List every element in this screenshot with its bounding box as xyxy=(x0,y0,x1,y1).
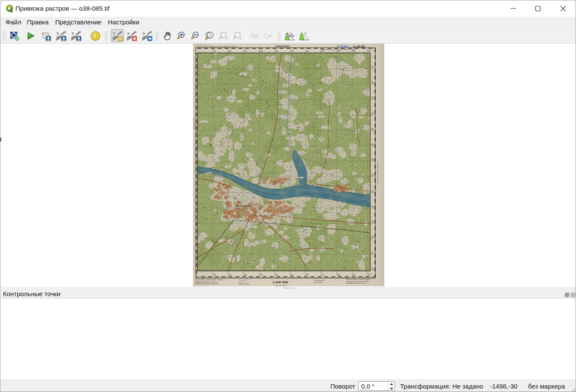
svg-text:О-38-85: О-38-85 xyxy=(353,45,365,48)
svg-text:26: 26 xyxy=(244,274,247,276)
svg-text:38: 38 xyxy=(338,274,340,276)
svg-text:34: 34 xyxy=(306,50,309,52)
svg-text:24: 24 xyxy=(229,50,232,52)
svg-text:56: 56 xyxy=(371,81,374,83)
svg-text:28: 28 xyxy=(260,274,263,276)
svg-text:46: 46 xyxy=(371,159,374,161)
svg-text:42: 42 xyxy=(368,50,371,52)
svg-text:32: 32 xyxy=(291,274,294,276)
svg-text:Издание 1941 г.: Издание 1941 г. xyxy=(193,117,195,129)
svg-text:34: 34 xyxy=(371,252,374,254)
svg-text:листов карты: листов карты xyxy=(314,282,323,283)
svg-text:КИНЕШМА: КИНЕШМА xyxy=(276,45,290,48)
svg-text:42: 42 xyxy=(368,274,371,276)
svg-text:26: 26 xyxy=(244,50,247,52)
svg-text:Высоты в метрах. Система 1:500: Высоты в метрах. Система 1:50000 xyxy=(346,279,370,280)
svg-text:36: 36 xyxy=(322,274,324,276)
svg-text:32: 32 xyxy=(371,267,374,270)
svg-text:Поправка направления 1940 г.: Поправка направления 1940 г. xyxy=(346,282,367,284)
svg-text:50: 50 xyxy=(371,128,374,130)
svg-text:44: 44 xyxy=(371,174,374,176)
svg-text:32: 32 xyxy=(291,50,294,52)
svg-text:Система координат 1942 года: Система координат 1942 года xyxy=(377,161,379,185)
svg-text:Схема смежных: Схема смежных xyxy=(314,279,325,281)
svg-text:36: 36 xyxy=(371,236,374,238)
svg-text:О-38-080: О-38-080 xyxy=(337,45,348,48)
svg-text:42: 42 xyxy=(371,190,374,192)
svg-text:Состояние местности на 1938 г.: Состояние местности на 1938 г. Издание 1… xyxy=(320,49,356,50)
svg-text:30: 30 xyxy=(276,50,278,52)
svg-text:Балтийская система высот 1938: Балтийская система высот 1938 г. xyxy=(346,281,369,282)
svg-text:1:100 000: 1:100 000 xyxy=(273,280,288,284)
svg-text:координат 1932 года. Сплошные: координат 1932 года. Сплошные xyxy=(195,281,217,283)
svg-text:22: 22 xyxy=(214,274,216,276)
svg-text:24: 24 xyxy=(229,274,232,276)
svg-text:22: 22 xyxy=(214,50,216,52)
svg-text:28: 28 xyxy=(260,50,263,52)
svg-text:40: 40 xyxy=(371,205,374,208)
svg-text:48: 48 xyxy=(371,143,374,146)
svg-text:Грунтовые дороги: Грунтовые дороги xyxy=(274,285,286,287)
svg-text:40: 40 xyxy=(353,50,356,52)
svg-text:58: 58 xyxy=(371,66,374,68)
svg-text:40: 40 xyxy=(353,274,356,276)
svg-text:СССР. РСФСР Ивановская, Костро: СССР. РСФСР Ивановская, Костромская обла… xyxy=(196,45,238,48)
svg-text:38: 38 xyxy=(371,221,374,223)
svg-text:52: 52 xyxy=(371,113,374,115)
svg-text:30: 30 xyxy=(276,274,278,276)
svg-text:36: 36 xyxy=(322,50,324,52)
svg-text:54: 54 xyxy=(371,97,374,99)
svg-text:38: 38 xyxy=(338,50,340,52)
svg-text:Снято в 1938 г. Съемка 1:50000: Снято в 1938 г. Съемка 1:50000. Система xyxy=(195,279,223,281)
svg-text:горизонтали проведены через 20: горизонтали проведены через 20 м xyxy=(195,283,219,285)
svg-text:34: 34 xyxy=(306,274,309,276)
